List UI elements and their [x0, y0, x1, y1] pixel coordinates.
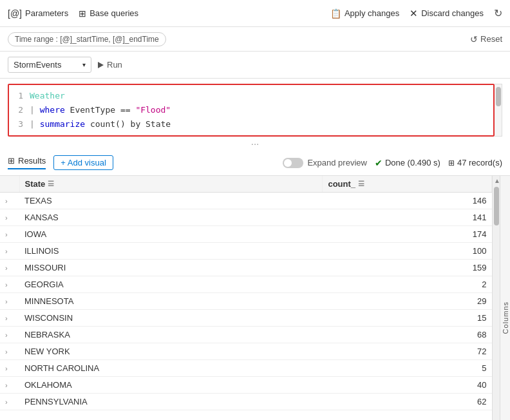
- code-line-2: 2 | where EventType == "Flood": [14, 103, 488, 117]
- table-row[interactable]: › NEW YORK 72: [0, 343, 492, 360]
- dataset-selector[interactable]: StormEvents ▾: [8, 57, 91, 73]
- parameters-label: Parameters: [25, 8, 68, 18]
- chevron-down-icon: ▾: [82, 61, 86, 68]
- table-row[interactable]: › IOWA 174: [0, 226, 492, 243]
- query-area: StormEvents ▾ Run: [0, 52, 510, 79]
- row-expand-arrow[interactable]: ›: [5, 247, 10, 255]
- state-cell: NORTH CAROLINA: [19, 360, 323, 377]
- expand-cell[interactable]: ›: [0, 343, 19, 360]
- row-expand-arrow[interactable]: ›: [5, 348, 10, 356]
- expand-preview-switch[interactable]: [283, 158, 303, 168]
- count-col-menu-icon[interactable]: ☰: [358, 180, 364, 188]
- expand-cell[interactable]: ›: [0, 226, 19, 243]
- top-toolbar: [@] Parameters ⊞ Base queries 📋 Apply ch…: [0, 0, 510, 27]
- done-label: Done (0.490 s): [385, 158, 440, 167]
- toggle-knob: [284, 159, 292, 167]
- count-cell: 5: [323, 360, 492, 377]
- base-queries-tab[interactable]: ⊞ Base queries: [79, 8, 138, 19]
- row-expand-arrow[interactable]: ›: [5, 231, 10, 238]
- row-expand-arrow[interactable]: ›: [5, 197, 10, 205]
- expand-cell[interactable]: ›: [0, 377, 19, 394]
- refresh-button[interactable]: ↻: [494, 7, 502, 19]
- table-row[interactable]: › NORTH CAROLINA 5: [0, 360, 492, 377]
- add-visual-button[interactable]: + Add visual: [53, 155, 113, 170]
- row-expand-arrow[interactable]: ›: [5, 281, 10, 289]
- columns-panel-label: Columns: [502, 296, 509, 339]
- count-cell: 72: [323, 343, 492, 360]
- expand-cell[interactable]: ›: [0, 310, 19, 327]
- row-expand-arrow[interactable]: ›: [5, 381, 10, 389]
- records-label: 47 record(s): [457, 158, 502, 167]
- table-row[interactable]: › NEBRASKA 68: [0, 327, 492, 343]
- columns-panel[interactable]: Columns: [500, 176, 510, 420]
- expand-cell[interactable]: ›: [0, 360, 19, 377]
- state-cell: NEBRASKA: [19, 327, 323, 343]
- scroll-up-arrow[interactable]: ▲: [493, 176, 500, 186]
- row-expand-arrow[interactable]: ›: [5, 214, 10, 222]
- table-row[interactable]: › MINNESOTA 29: [0, 293, 492, 310]
- discard-changes-button[interactable]: ✕ Discard changes: [410, 8, 484, 19]
- scroll-thumb[interactable]: [494, 187, 499, 225]
- expand-cell[interactable]: ›: [0, 394, 19, 410]
- done-check-icon: ✔: [375, 158, 382, 168]
- count-cell: 174: [323, 226, 492, 243]
- state-cell: OKLAHOMA: [19, 377, 323, 394]
- table-row[interactable]: › TEXAS 146: [0, 193, 492, 209]
- table-row[interactable]: › GEORGIA 2: [0, 276, 492, 293]
- table-row[interactable]: › ILLINOIS 100: [0, 243, 492, 260]
- time-range-selector[interactable]: Time range : [@]_startTime, [@]_endTime: [8, 32, 166, 46]
- count-cell: 15: [323, 310, 492, 327]
- table-row[interactable]: › MISSOURI 159: [0, 260, 492, 276]
- time-range-label: Time range : [@]_startTime, [@]_endTime: [15, 35, 159, 44]
- row-expand-arrow[interactable]: ›: [5, 398, 10, 406]
- state-cell: ILLINOIS: [19, 243, 323, 260]
- results-table: State ☰ count_ ☰ ›: [0, 176, 492, 410]
- records-badge: ⊞ 47 record(s): [448, 158, 502, 167]
- expand-cell[interactable]: ›: [0, 209, 19, 226]
- row-expand-arrow[interactable]: ›: [5, 314, 10, 322]
- code-editor[interactable]: 1 Weather 2 | where EventType == "Flood"…: [8, 84, 495, 137]
- row-expand-arrow[interactable]: ›: [5, 264, 10, 272]
- parameters-tab[interactable]: [@] Parameters: [8, 8, 68, 19]
- table-row[interactable]: › WISCONSIN 15: [0, 310, 492, 327]
- expand-cell[interactable]: ›: [0, 260, 19, 276]
- reset-label: Reset: [480, 34, 502, 44]
- row-expand-arrow[interactable]: ›: [5, 298, 10, 305]
- run-label: Run: [107, 60, 122, 70]
- table-row[interactable]: › PENNSYLVANIA 62: [0, 394, 492, 410]
- expand-cell[interactable]: ›: [0, 276, 19, 293]
- col-count-header: count_ ☰: [323, 176, 492, 193]
- expand-cell[interactable]: ›: [0, 293, 19, 310]
- count-cell: 146: [323, 193, 492, 209]
- table-row[interactable]: › KANSAS 141: [0, 209, 492, 226]
- apply-changes-icon: 📋: [330, 8, 341, 19]
- count-cell: 159: [323, 260, 492, 276]
- results-tab[interactable]: ⊞ Results: [8, 156, 46, 169]
- table-scrollbar[interactable]: ▲ ▼: [492, 176, 500, 420]
- run-button[interactable]: Run: [98, 60, 122, 70]
- code-line-1: 1 Weather: [14, 89, 488, 103]
- count-cell: 100: [323, 243, 492, 260]
- state-cell: MINNESOTA: [19, 293, 323, 310]
- state-col-menu-icon[interactable]: ☰: [48, 180, 54, 188]
- done-badge: ✔ Done (0.490 s): [375, 158, 440, 168]
- editor-scrollbar-thumb: [496, 87, 501, 106]
- dataset-name: StormEvents: [14, 60, 61, 70]
- count-cell: 62: [323, 394, 492, 410]
- results-toolbar: ⊞ Results + Add visual Expand preview ✔ …: [0, 150, 510, 176]
- parameters-icon: [@]: [8, 8, 22, 19]
- count-cell: 68: [323, 327, 492, 343]
- table-row[interactable]: › OKLAHOMA 40: [0, 377, 492, 394]
- row-expand-arrow[interactable]: ›: [5, 331, 10, 339]
- table-scroll-container[interactable]: State ☰ count_ ☰ ›: [0, 176, 492, 420]
- expand-preview-toggle: Expand preview: [283, 158, 367, 168]
- expand-cell[interactable]: ›: [0, 243, 19, 260]
- apply-changes-button[interactable]: 📋 Apply changes: [330, 8, 399, 19]
- state-cell: TEXAS: [19, 193, 323, 209]
- expand-cell[interactable]: ›: [0, 327, 19, 343]
- state-cell: KANSAS: [19, 209, 323, 226]
- reset-button[interactable]: ↺ Reset: [470, 34, 502, 44]
- expand-cell[interactable]: ›: [0, 193, 19, 209]
- row-expand-arrow[interactable]: ›: [5, 365, 10, 372]
- base-queries-label: Base queries: [90, 8, 138, 18]
